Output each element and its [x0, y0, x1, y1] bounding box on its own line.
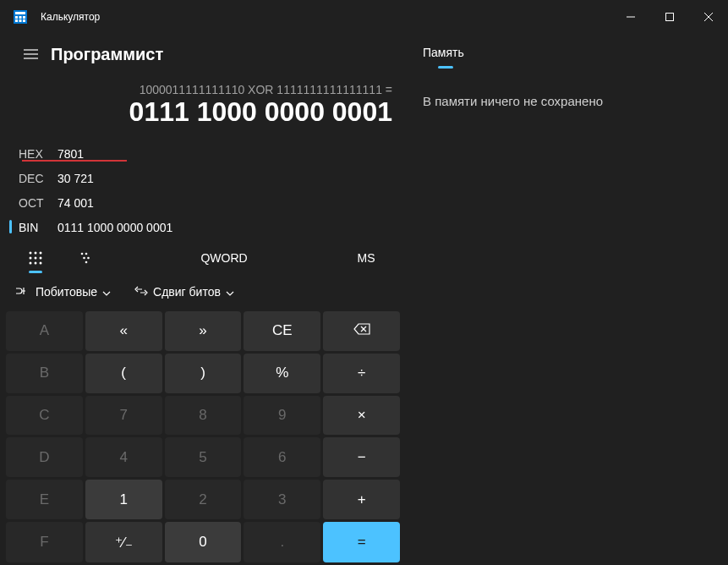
- key-e[interactable]: E: [6, 480, 83, 519]
- key-8[interactable]: 8: [165, 396, 242, 436]
- key-negate[interactable]: ⁺⁄₋: [85, 522, 162, 562]
- key-6[interactable]: 6: [244, 437, 320, 477]
- svg-point-23: [40, 262, 42, 265]
- key-f[interactable]: F: [6, 522, 83, 562]
- svg-rect-1: [15, 12, 25, 14]
- key-1[interactable]: 1: [85, 480, 162, 519]
- hex-underline-annotation: [22, 160, 127, 162]
- svg-point-19: [35, 257, 37, 260]
- result-display: 0111 1000 0000 0001: [3, 96, 402, 140]
- base-oct-label: OCT: [19, 196, 57, 210]
- memory-panel: Память В памяти ничего не сохранено: [406, 34, 728, 565]
- base-bin-value: 0111 1000 0000 0001: [57, 221, 172, 234]
- svg-point-27: [87, 257, 90, 260]
- mode-header: Программист: [3, 34, 402, 74]
- key-3[interactable]: 3: [244, 480, 320, 519]
- base-hex-label: HEX: [19, 147, 57, 161]
- chevron-down-icon: [102, 285, 111, 299]
- key-0[interactable]: 0: [165, 522, 242, 562]
- key-b[interactable]: B: [6, 354, 83, 393]
- svg-rect-6: [19, 19, 22, 22]
- app-icon: [14, 10, 27, 24]
- expression-display: 1000011111111110 XOR 1111111111111111 =: [3, 74, 402, 96]
- svg-point-22: [35, 262, 37, 265]
- memory-empty-text: В памяти ничего не сохранено: [423, 94, 711, 108]
- key-lshift[interactable]: «: [85, 311, 162, 351]
- key-minus[interactable]: −: [323, 437, 400, 477]
- key-2[interactable]: 2: [165, 480, 242, 519]
- bitshift-dropdown[interactable]: Сдвиг битов: [128, 278, 241, 305]
- key-rshift[interactable]: »: [165, 311, 242, 351]
- key-a[interactable]: A: [6, 311, 83, 351]
- memory-tab-indicator: [438, 66, 453, 69]
- mode-title: Программист: [51, 45, 163, 64]
- key-4[interactable]: 4: [85, 437, 162, 477]
- base-bin[interactable]: BIN 0111 1000 0000 0001: [14, 215, 396, 239]
- svg-point-18: [30, 257, 32, 260]
- base-dec-label: DEC: [19, 172, 57, 185]
- minimize-button[interactable]: [611, 0, 650, 34]
- svg-point-26: [83, 257, 85, 260]
- key-percent[interactable]: %: [244, 354, 320, 393]
- key-plus[interactable]: +: [323, 480, 400, 519]
- window-controls: [611, 0, 728, 34]
- key-9[interactable]: 9: [244, 396, 320, 436]
- memory-store-button[interactable]: MS: [337, 243, 396, 273]
- key-equals[interactable]: =: [323, 522, 400, 562]
- key-ce[interactable]: CE: [244, 311, 320, 351]
- svg-rect-9: [666, 14, 674, 21]
- svg-point-24: [81, 253, 84, 255]
- svg-point-28: [85, 261, 88, 264]
- word-size-button[interactable]: QWORD: [112, 243, 337, 273]
- key-7[interactable]: 7: [85, 396, 162, 436]
- shift-icon: [134, 285, 148, 299]
- svg-point-15: [30, 252, 32, 255]
- svg-rect-7: [23, 19, 25, 22]
- key-5[interactable]: 5: [165, 437, 242, 477]
- key-multiply[interactable]: ×: [323, 396, 400, 436]
- chevron-down-icon: [226, 285, 234, 299]
- key-d[interactable]: D: [6, 437, 83, 477]
- window-title: Калькулятор: [41, 11, 611, 23]
- key-backspace[interactable]: [323, 311, 400, 351]
- maximize-button[interactable]: [650, 0, 689, 34]
- svg-point-25: [85, 253, 88, 255]
- base-dec-value: 30 721: [57, 172, 94, 185]
- base-oct[interactable]: OCT 74 001: [14, 190, 396, 215]
- key-decimal[interactable]: .: [244, 522, 320, 562]
- svg-point-20: [40, 257, 42, 260]
- svg-rect-5: [15, 19, 18, 22]
- mode-toolbar: QWORD MS: [3, 241, 402, 275]
- svg-rect-4: [23, 16, 25, 19]
- dropdown-row: Побитовые Сдвиг битов: [3, 275, 402, 309]
- titlebar: Калькулятор: [0, 0, 728, 34]
- base-bin-label: BIN: [19, 221, 57, 234]
- key-c[interactable]: C: [6, 396, 83, 436]
- close-button[interactable]: [689, 0, 728, 34]
- svg-point-16: [35, 252, 37, 255]
- menu-button[interactable]: [14, 39, 47, 69]
- bitwise-label: Побитовые: [36, 285, 97, 299]
- bitwise-dropdown[interactable]: Побитовые: [8, 278, 118, 305]
- memory-tab[interactable]: Память: [423, 42, 711, 66]
- base-oct-value: 74 001: [57, 196, 94, 210]
- keypad-mode-button[interactable]: [10, 243, 61, 273]
- key-divide[interactable]: ÷: [323, 354, 400, 393]
- key-lparen[interactable]: (: [85, 354, 162, 393]
- svg-point-21: [30, 262, 32, 265]
- base-hex[interactable]: HEX 7801: [14, 141, 396, 166]
- base-list: HEX 7801 DEC 30 721 OCT 74 001 BIN 0111 …: [3, 140, 402, 241]
- svg-rect-2: [15, 16, 18, 19]
- bitshift-label: Сдвиг битов: [153, 285, 221, 299]
- bit-toggle-mode-button[interactable]: [61, 243, 112, 273]
- key-rparen[interactable]: ): [165, 354, 242, 393]
- base-hex-value: 7801: [57, 147, 84, 161]
- logic-icon: [15, 285, 30, 299]
- keypad: A « » CE B ( ) % ÷ C 7 8 9 × D 4 5 6 − E…: [3, 309, 402, 565]
- backspace-icon: [353, 322, 370, 339]
- svg-point-17: [40, 252, 42, 255]
- base-dec[interactable]: DEC 30 721: [14, 166, 396, 190]
- svg-rect-3: [19, 16, 22, 19]
